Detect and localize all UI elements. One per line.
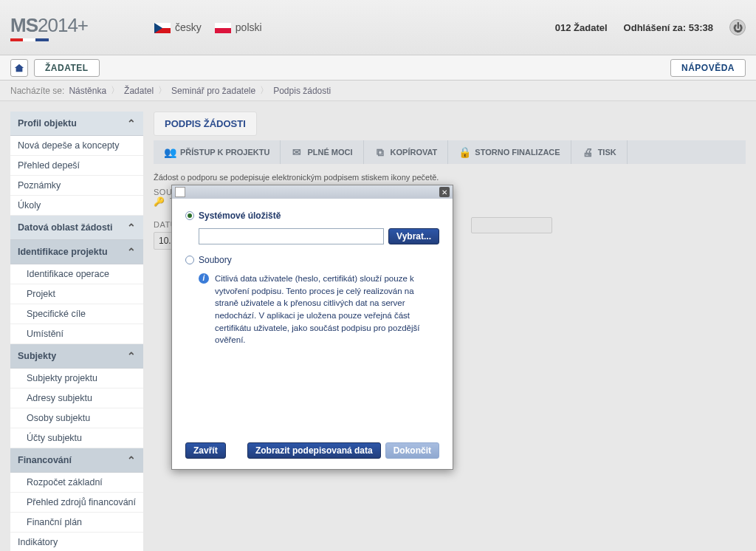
- radio-selected-icon: [185, 211, 194, 220]
- sidebar-item[interactable]: Přehled zdrojů financování: [10, 493, 143, 513]
- sidebar-item[interactable]: Subjekty projektu: [10, 369, 143, 389]
- show-data-button[interactable]: Zobrazit podepisovaná data: [247, 442, 381, 459]
- print-icon: 🖨: [582, 146, 594, 158]
- flag-cz-icon: [154, 23, 171, 33]
- modal-titlebar: ✕: [172, 185, 453, 199]
- chevron-up-icon: ⌃: [127, 246, 136, 258]
- breadcrumb-prefix: Nacházíte se:: [10, 86, 64, 96]
- certificate-path-input[interactable]: [199, 228, 384, 244]
- toolbar-powers[interactable]: ✉PLNÉ MOCI: [281, 140, 363, 164]
- sidebar-item[interactable]: Přehled depeší: [10, 156, 143, 176]
- breadcrumb-item[interactable]: Podpis žádosti: [273, 86, 331, 96]
- chevron-up-icon: ⌃: [127, 454, 136, 466]
- sidebar-item[interactable]: Indikátory: [10, 533, 143, 551]
- logout-timer: Odhlášení za: 53:38: [624, 22, 713, 33]
- chevron-up-icon: ⌃: [127, 350, 136, 362]
- signing-note: Žádost o podporu se podepisuje elektroni…: [154, 173, 746, 182]
- signature-modal: ✕ Systémové úložiště Vybrat... Soubory i…: [171, 185, 453, 470]
- sidebar-section-subj[interactable]: Subjekty⌃: [10, 344, 143, 369]
- toolbar-print[interactable]: 🖨TISK: [571, 140, 628, 164]
- radio-system-storage[interactable]: Systémové úložiště: [185, 211, 439, 221]
- toolbar-copy[interactable]: ⧉KOPÍROVAT: [364, 140, 449, 164]
- toolbar-cancel-final[interactable]: 🔒STORNO FINALIZACE: [448, 140, 571, 164]
- sidebar-item[interactable]: Účty subjektu: [10, 428, 143, 448]
- breadcrumb: Nacházíte se: Nástěnka〉 Žadatel〉 Seminář…: [0, 81, 756, 101]
- lock-icon: 🔒: [458, 146, 470, 158]
- chevron-up-icon: ⌃: [127, 117, 136, 129]
- applicant-button[interactable]: ŽADATEL: [34, 59, 100, 77]
- modal-close-button[interactable]: ✕: [439, 187, 450, 197]
- copy-icon: ⧉: [374, 146, 386, 158]
- sidebar-item[interactable]: Rozpočet základní: [10, 473, 143, 493]
- help-button[interactable]: NÁPOVĚDA: [670, 59, 746, 77]
- home-button[interactable]: [10, 59, 28, 77]
- info-icon: i: [199, 273, 209, 284]
- toolbar-access[interactable]: 👥PŘÍSTUP K PROJEKTU: [154, 140, 281, 164]
- sidebar-section-ident[interactable]: Identifikace projektu⌃: [10, 240, 143, 264]
- sidebar-item[interactable]: Osoby subjektu: [10, 408, 143, 428]
- chevron-up-icon: ⌃: [127, 222, 136, 233]
- breadcrumb-item[interactable]: Nástěnka: [69, 86, 106, 96]
- browse-button[interactable]: Vybrat...: [388, 228, 439, 244]
- sidebar-item[interactable]: Finanční plán: [10, 513, 143, 533]
- logo-underline: [10, 38, 49, 41]
- close-button[interactable]: Zavřít: [185, 442, 226, 459]
- info-text: Citlivá data uživatele (heslo, certifiká…: [215, 273, 439, 346]
- mail-icon: ✉: [291, 146, 303, 158]
- breadcrumb-item[interactable]: Seminář pro žadatele: [171, 86, 255, 96]
- radio-files[interactable]: Soubory: [185, 255, 439, 265]
- app-logo: MS2014+: [10, 14, 88, 37]
- people-icon: 👥: [164, 146, 176, 158]
- lang-polish[interactable]: polski: [215, 21, 262, 33]
- finish-button[interactable]: Dokončit: [385, 442, 439, 459]
- sidebar-section-profile[interactable]: Profil objektu⌃: [10, 112, 143, 136]
- home-icon: [14, 63, 24, 73]
- key-icon: 🔑: [154, 196, 164, 207]
- action-toolbar: 👥PŘÍSTUP K PROJEKTU ✉PLNÉ MOCI ⧉KOPÍROVA…: [154, 140, 746, 164]
- radio-unselected-icon: [185, 256, 194, 264]
- sidebar-item[interactable]: Identifikace operace: [10, 264, 143, 284]
- power-button[interactable]: ⏻: [729, 19, 746, 35]
- breadcrumb-item[interactable]: Žadatel: [124, 86, 154, 96]
- sidebar-item[interactable]: Adresy subjektu: [10, 389, 143, 408]
- sidebar-section-data[interactable]: Datová oblast žádosti⌃: [10, 216, 143, 240]
- sidebar-item[interactable]: Nová depeše a koncepty: [10, 136, 143, 156]
- sidebar-section-fin[interactable]: Financování⌃: [10, 448, 143, 473]
- sidebar-item[interactable]: Poznámky: [10, 176, 143, 196]
- lang-czech[interactable]: česky: [154, 21, 202, 33]
- readonly-field: [471, 217, 552, 233]
- panel-title: PODPIS ŽÁDOSTI: [154, 112, 257, 136]
- sidebar-item[interactable]: Specifické cíle: [10, 304, 143, 324]
- user-label: 012 Žadatel: [555, 22, 608, 33]
- sidebar-item[interactable]: Úkoly: [10, 196, 143, 216]
- sidebar-item[interactable]: Umístění: [10, 324, 143, 344]
- window-icon: [175, 187, 185, 197]
- sidebar-item[interactable]: Projekt: [10, 284, 143, 304]
- sidebar: Profil objektu⌃ Nová depeše a koncepty P…: [10, 112, 143, 551]
- flag-pl-icon: [215, 23, 231, 33]
- title-bar: MS2014+ česky polski 012 Žadatel Odhláše…: [0, 0, 756, 55]
- top-bar: ŽADATEL NÁPOVĚDA: [0, 55, 756, 81]
